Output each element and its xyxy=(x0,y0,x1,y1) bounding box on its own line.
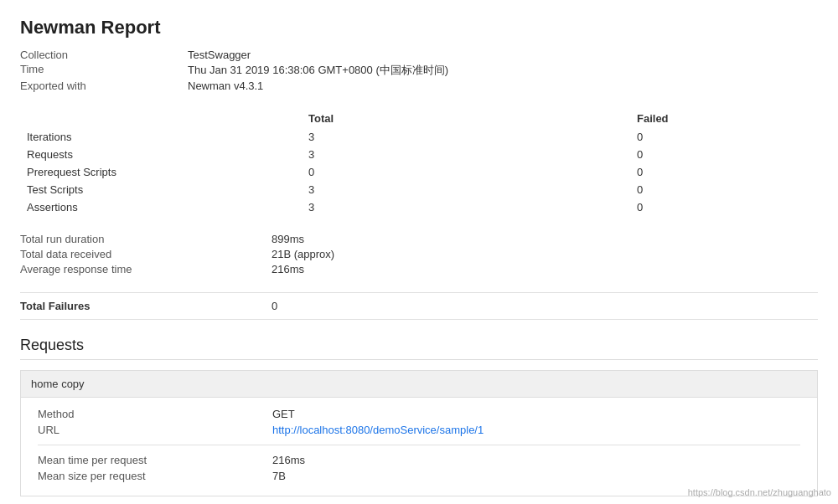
request-card: home copy Method GET URL http://localhos… xyxy=(20,370,818,496)
duration-label: Total run duration xyxy=(20,233,272,245)
page-title: Newman Report xyxy=(20,17,818,39)
duration-label: Total data received xyxy=(20,248,272,260)
meta-exported-row: Exported with Newman v4.3.1 xyxy=(20,80,818,92)
meta-section: Collection TestSwagger Time Thu Jan 31 2… xyxy=(20,49,818,92)
duration-label: Average response time xyxy=(20,263,272,275)
request-card-body: Method GET URL http://localhost:8080/dem… xyxy=(21,398,817,496)
stats-row-failed: 0 xyxy=(630,198,818,216)
total-failures-row: Total Failures 0 xyxy=(20,292,818,320)
total-failures-label: Total Failures xyxy=(20,300,272,312)
stats-row-total: 3 xyxy=(302,181,630,198)
table-row: Requests 3 0 xyxy=(20,146,818,163)
stats-row-failed: 0 xyxy=(630,181,818,198)
requests-container: home copy Method GET URL http://localhos… xyxy=(20,370,818,496)
stats-row-failed: 0 xyxy=(630,146,818,163)
requests-section-title: Requests xyxy=(20,337,818,360)
table-row: Test Scripts 3 0 xyxy=(20,181,818,198)
stats-failed-header: Failed xyxy=(630,109,818,128)
duration-row: Total data received 21B (approx) xyxy=(20,248,818,260)
stats-row-total: 3 xyxy=(302,198,630,216)
stats-row-failed: 0 xyxy=(630,163,818,181)
stats-row-label: Iterations xyxy=(20,128,302,146)
duration-row: Average response time 216ms xyxy=(20,263,818,275)
watermark: https://blog.csdn.net/zhuguanghato xyxy=(688,487,831,497)
duration-value: 21B (approx) xyxy=(272,248,334,260)
stats-row-total: 3 xyxy=(302,146,630,163)
stats-row-total: 3 xyxy=(302,128,630,146)
meta-time-label: Time xyxy=(20,63,188,78)
request-mean-size-label: Mean size per request xyxy=(38,470,272,482)
request-url-value: http://localhost:8080/demoService/sample… xyxy=(272,424,484,436)
meta-exported-value: Newman v4.3.1 xyxy=(188,80,263,92)
meta-collection-row: Collection TestSwagger xyxy=(20,49,818,61)
stats-row-label: Prerequest Scripts xyxy=(20,163,302,181)
request-mean-size-value: 7B xyxy=(272,470,286,482)
request-mean-size-row: Mean size per request 7B xyxy=(38,470,800,482)
meta-time-value: Thu Jan 31 2019 16:38:06 GMT+0800 (中国标准时… xyxy=(188,63,448,78)
request-mean-time-value: 216ms xyxy=(272,454,305,466)
request-url-link[interactable]: http://localhost:8080/demoService/sample… xyxy=(272,424,484,436)
request-method-label: Method xyxy=(38,408,272,420)
meta-exported-label: Exported with xyxy=(20,80,188,92)
stats-row-label: Test Scripts xyxy=(20,181,302,198)
duration-section: Total run duration 899ms Total data rece… xyxy=(20,233,818,275)
stats-row-label: Requests xyxy=(20,146,302,163)
stats-table: Total Failed Iterations 3 0 Requests 3 0… xyxy=(20,109,818,216)
request-method-value: GET xyxy=(272,408,295,420)
duration-value: 216ms xyxy=(272,263,304,275)
meta-time-row: Time Thu Jan 31 2019 16:38:06 GMT+0800 (… xyxy=(20,63,818,78)
table-row: Prerequest Scripts 0 0 xyxy=(20,163,818,181)
request-method-row: Method GET xyxy=(38,408,800,420)
meta-collection-label: Collection xyxy=(20,49,188,61)
total-failures-value: 0 xyxy=(272,300,277,312)
request-mean-time-row: Mean time per request 216ms xyxy=(38,454,800,466)
table-row: Iterations 3 0 xyxy=(20,128,818,146)
duration-value: 899ms xyxy=(272,233,304,245)
request-card-header: home copy xyxy=(21,371,817,398)
stats-row-label: Assertions xyxy=(20,198,302,216)
request-url-label: URL xyxy=(38,424,272,436)
meta-collection-value: TestSwagger xyxy=(188,49,251,61)
stats-row-failed: 0 xyxy=(630,128,818,146)
stats-section: Total Failed Iterations 3 0 Requests 3 0… xyxy=(20,109,818,216)
table-row: Assertions 3 0 xyxy=(20,198,818,216)
request-mean-time-label: Mean time per request xyxy=(38,454,272,466)
request-url-row: URL http://localhost:8080/demoService/sa… xyxy=(38,424,800,436)
stats-row-total: 0 xyxy=(302,163,630,181)
duration-row: Total run duration 899ms xyxy=(20,233,818,245)
stats-total-header: Total xyxy=(302,109,630,128)
